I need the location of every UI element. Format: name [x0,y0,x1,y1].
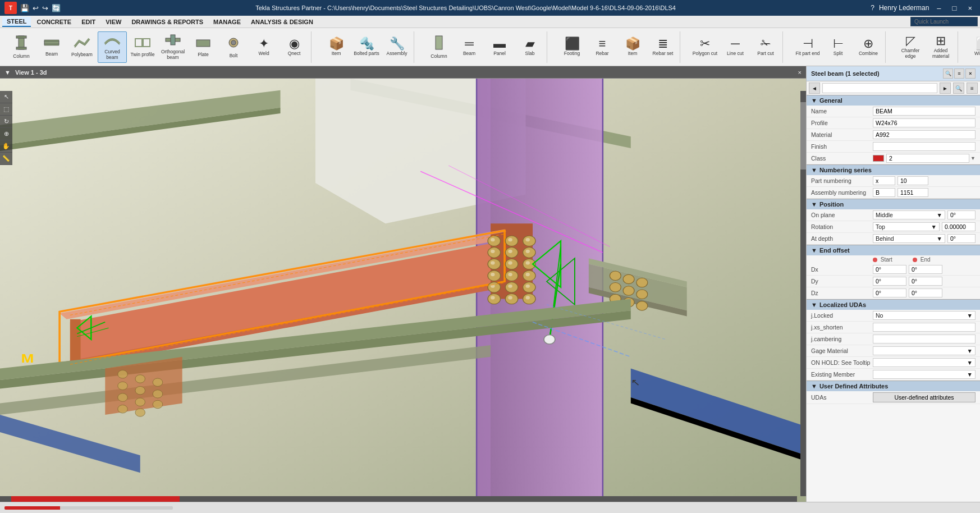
menu-steel[interactable]: STEEL [2,17,31,27]
menu-drawings[interactable]: DRAWINGS & REPORTS [127,17,208,26]
j-locked-dropdown[interactable]: No ▼ [873,311,976,320]
bolt-tool[interactable]: Bolt [219,31,248,63]
viewport-close-btn[interactable]: × [798,69,802,76]
quicklaunch-search[interactable] [910,17,978,26]
curved-beam-tool[interactable]: Curved beam [98,31,127,63]
assembly-tool[interactable]: 🔧 Assembly [382,31,411,63]
slab-tool[interactable]: ▰ Slab [515,31,544,63]
dy-start-input[interactable] [873,277,906,286]
viewport-hscrollbar[interactable] [0,496,797,502]
scene[interactable]: M ↖ ↖ ⬚ ↻ ⊕ ✋ 📏 [0,79,806,502]
dx-end-input[interactable] [909,265,942,274]
field-profile-input[interactable] [873,118,976,127]
field-class-input[interactable] [886,154,969,163]
panel-next-btn[interactable]: ► [940,83,951,94]
save-icon[interactable]: 💾 [20,4,29,12]
plate-tool[interactable]: Plate [189,31,218,63]
pan-tool-btn[interactable]: ✋ [0,140,12,153]
on-hold-dropdown[interactable]: ▼ [873,358,976,367]
panel-close-btn[interactable]: × [965,68,976,79]
panel-nav-field[interactable] [822,83,937,93]
menu-edit[interactable]: EDIT [77,17,100,26]
rebar-set-tool[interactable]: ≣ Rebar set [648,31,677,63]
close-btn[interactable]: × [964,3,976,13]
polybeam-tool[interactable]: Polybeam [67,31,97,63]
polygon-cut-tool[interactable]: ✂ Polygon cut [690,31,720,63]
class-dropdown-arrow[interactable]: ▼ [970,155,976,161]
viewport-vscrollbar-thumb[interactable] [800,102,806,170]
on-plane-angle[interactable] [947,210,976,219]
split-tool[interactable]: ⊢ Split [823,31,853,63]
footing-tool[interactable]: ⬛ Footing [557,31,587,63]
part-numbering-value[interactable] [897,176,928,185]
undo-icon[interactable]: ↩ [33,4,39,12]
beam-tool[interactable]: Beam [37,31,66,63]
weld-tool[interactable]: ✦ Weld [249,31,278,63]
panel-search-btn[interactable]: 🔍 [943,68,953,79]
window-tool[interactable]: ⬜ Window [968,31,980,63]
zoom-tool-btn[interactable]: ⊕ [0,128,12,140]
j-cambering-input[interactable] [873,335,976,343]
section-position-header[interactable]: ▼ Position [807,199,980,209]
viewport[interactable]: ▼ View 1 - 3d × [0,66,806,502]
bolted-parts-tool[interactable]: 🔩 Bolted parts [352,31,381,63]
gage-material-dropdown[interactable]: ▼ [873,346,976,355]
viewport-hscrollbar-thumb[interactable] [11,496,180,502]
twin-profile-tool[interactable]: Twin profile [128,31,157,63]
concrete-column-tool[interactable]: Column [424,31,454,63]
viewport-collapse-icon[interactable]: ▼ [4,69,11,76]
rebar-tool[interactable]: ≡ Rebar [588,31,617,63]
refresh-icon[interactable]: 🔄 [52,4,61,12]
j-xs-shorten-input[interactable] [873,323,976,332]
orthogonal-beam-tool[interactable]: Orthogonal beam [158,31,187,63]
part-numbering-prefix[interactable] [873,176,895,185]
section-user-defined-header[interactable]: ▼ User Defined Attributes [807,381,980,391]
fit-part-end-tool[interactable]: ⊣ Fit part end [793,31,822,63]
on-plane-dropdown[interactable]: Middle ▼ [873,210,945,219]
dy-end-input[interactable] [909,277,942,286]
panel-tool[interactable]: ▬ Panel [485,31,514,63]
panel-grid-btn[interactable]: ≡ [967,83,978,94]
select-tool-btn[interactable]: ⬚ [0,103,12,116]
cursor-tool-btn[interactable]: ↖ [0,91,12,103]
field-name-input[interactable] [873,107,976,116]
assembly-numbering-prefix[interactable] [873,188,895,197]
field-finish-input[interactable] [873,142,976,151]
menu-view[interactable]: VIEW [101,17,126,26]
viewport-vscrollbar[interactable] [800,91,806,496]
minimize-btn[interactable]: – [933,3,944,13]
user-defined-attributes-btn[interactable]: User-defined attributes [873,392,976,402]
menu-manage[interactable]: MANAGE [209,17,245,26]
section-numbering-header[interactable]: ▼ Numbering series [807,164,980,175]
concrete-beam-tool[interactable]: ═ Beam [455,31,484,63]
measure-tool-btn[interactable]: 📏 [0,153,12,165]
menu-concrete[interactable]: CONCRETE [32,17,76,26]
line-cut-tool[interactable]: ─ Line cut [721,31,750,63]
rebar-item-tool[interactable]: 📦 Item [618,31,647,63]
rotation-dropdown[interactable]: Top ▼ [873,222,940,231]
qnect-tool[interactable]: ◉ Qnect [280,31,309,63]
field-material-input[interactable] [873,130,976,139]
added-material-tool[interactable]: ⊞ Added material [926,31,955,63]
panel-prev-btn[interactable]: ◄ [809,83,820,94]
rotation-angle[interactable] [942,222,976,231]
redo-icon[interactable]: ↪ [42,4,48,12]
panel-filter-btn[interactable]: 🔍 [953,83,964,94]
at-depth-dropdown[interactable]: Behind ▼ [873,234,945,243]
column-tool[interactable]: Column [7,31,36,63]
dz-start-input[interactable] [873,288,906,297]
dx-start-input[interactable] [873,265,906,274]
dz-end-input[interactable] [909,288,942,297]
chamfer-edge-tool[interactable]: ◸ Chamfer edge [896,31,925,63]
existing-member-dropdown[interactable]: ▼ [873,370,976,379]
menu-analysis[interactable]: ANALYSIS & DESIGN [246,17,318,26]
section-localized-udas-header[interactable]: ▼ Localized UDAs [807,299,980,310]
item-tool[interactable]: 📦 Item [322,31,351,63]
maximize-btn[interactable]: □ [949,3,960,13]
rotate-tool-btn[interactable]: ↻ [0,116,12,128]
at-depth-angle[interactable] [947,234,976,243]
panel-list-btn[interactable]: ≡ [954,68,964,79]
part-cut-tool[interactable]: ✁ Part cut [751,31,780,63]
section-general-header[interactable]: ▼ General [807,95,980,106]
help-icon[interactable]: ? [871,4,874,12]
